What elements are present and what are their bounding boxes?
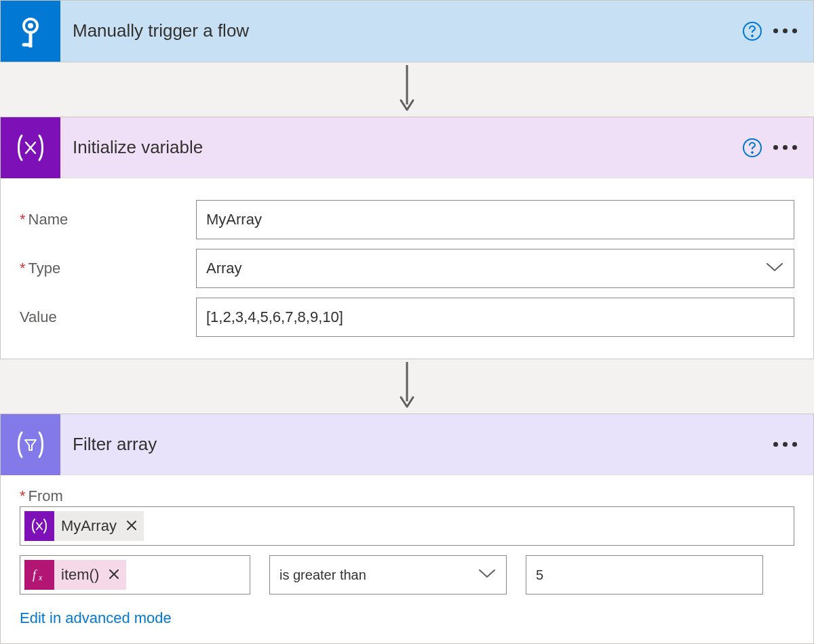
from-input[interactable]: MyArray	[20, 506, 794, 546]
svg-point-1	[28, 23, 33, 28]
value-label: Value	[20, 308, 196, 326]
expression-token-label: item()	[54, 566, 106, 584]
help-button[interactable]	[736, 15, 769, 47]
variable-icon	[1, 117, 60, 178]
condition-right-input[interactable]: 5	[526, 555, 763, 595]
svg-text:f: f	[33, 568, 38, 582]
value-input[interactable]	[196, 298, 794, 337]
svg-point-3	[752, 35, 754, 37]
chevron-down-icon	[765, 260, 784, 277]
remove-token-button[interactable]	[123, 519, 144, 534]
name-input[interactable]	[196, 200, 794, 239]
condition-row: f x item() is greater than	[20, 555, 794, 595]
help-button[interactable]	[736, 132, 769, 164]
trigger-icon	[1, 1, 60, 62]
filter-array-header[interactable]: Filter array	[1, 414, 813, 475]
condition-right-value: 5	[536, 567, 543, 583]
type-label: *Type	[20, 260, 196, 277]
svg-point-6	[752, 151, 754, 153]
chevron-down-icon	[478, 567, 497, 583]
type-select[interactable]: Array	[196, 249, 794, 288]
svg-text:x: x	[38, 573, 43, 582]
connector-arrow	[0, 359, 814, 414]
more-menu-button[interactable]	[769, 132, 801, 164]
filter-array-body: *From MyArray	[1, 475, 813, 643]
more-menu-button[interactable]	[769, 428, 801, 461]
filter-array-card: Filter array *From MyArra	[0, 414, 814, 644]
filter-array-title: Filter array	[60, 434, 769, 455]
filter-icon	[1, 414, 60, 475]
from-label: *From	[20, 487, 794, 505]
condition-operator-select[interactable]: is greater than	[269, 555, 507, 595]
expression-token[interactable]: f x item()	[24, 560, 126, 590]
init-variable-title: Initialize variable	[60, 137, 736, 158]
trigger-title: Manually trigger a flow	[60, 20, 736, 41]
init-variable-card: Initialize variable *Name	[0, 117, 814, 359]
fx-icon: f x	[24, 560, 54, 590]
connector-arrow	[0, 62, 814, 117]
type-selected-value: Array	[206, 260, 242, 277]
variable-token[interactable]: MyArray	[24, 511, 144, 541]
name-label: *Name	[20, 211, 196, 228]
variable-token-icon	[24, 511, 54, 541]
init-variable-body: *Name *Type Array Value	[1, 178, 813, 359]
trigger-header[interactable]: Manually trigger a flow	[1, 1, 813, 62]
remove-token-button[interactable]	[106, 567, 126, 583]
init-variable-header[interactable]: Initialize variable	[1, 117, 813, 178]
trigger-card: Manually trigger a flow	[0, 0, 814, 62]
edit-advanced-mode-link[interactable]: Edit in advanced mode	[20, 609, 172, 627]
condition-left-input[interactable]: f x item()	[20, 555, 250, 595]
operator-selected-value: is greater than	[279, 567, 366, 583]
variable-token-label: MyArray	[54, 517, 123, 535]
more-menu-button[interactable]	[769, 15, 801, 47]
